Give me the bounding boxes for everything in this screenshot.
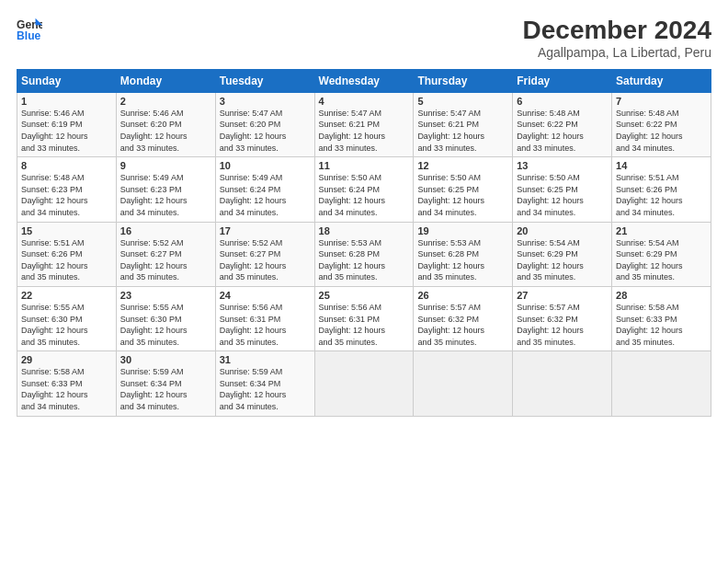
- day-info: Sunrise: 5:50 AM Sunset: 6:24 PM Dayligh…: [319, 172, 410, 218]
- day-number: 7: [616, 96, 707, 107]
- day-info: Sunrise: 5:55 AM Sunset: 6:30 PM Dayligh…: [120, 302, 211, 348]
- calendar-cell: 14Sunrise: 5:51 AM Sunset: 6:26 PM Dayli…: [612, 157, 711, 222]
- calendar-row: 15Sunrise: 5:51 AM Sunset: 6:26 PM Dayli…: [17, 222, 711, 286]
- calendar-cell: 18Sunrise: 5:53 AM Sunset: 6:28 PM Dayli…: [314, 222, 414, 286]
- day-number: 13: [517, 160, 608, 171]
- day-info: Sunrise: 5:56 AM Sunset: 6:31 PM Dayligh…: [220, 302, 311, 348]
- calendar-cell: 26Sunrise: 5:57 AM Sunset: 6:32 PM Dayli…: [414, 286, 513, 350]
- calendar-cell: [414, 351, 513, 416]
- day-info: Sunrise: 5:52 AM Sunset: 6:27 PM Dayligh…: [120, 237, 211, 283]
- day-info: Sunrise: 5:47 AM Sunset: 6:21 PM Dayligh…: [319, 108, 410, 154]
- col-tuesday: Tuesday: [215, 69, 314, 92]
- day-info: Sunrise: 5:46 AM Sunset: 6:19 PM Dayligh…: [21, 108, 112, 154]
- calendar-cell: [513, 351, 612, 416]
- calendar-cell: 10Sunrise: 5:49 AM Sunset: 6:24 PM Dayli…: [215, 157, 314, 222]
- day-number: 22: [21, 290, 112, 301]
- day-info: Sunrise: 5:54 AM Sunset: 6:29 PM Dayligh…: [517, 237, 608, 283]
- calendar-cell: 4Sunrise: 5:47 AM Sunset: 6:21 PM Daylig…: [314, 92, 414, 156]
- page: General Blue December 2024 Agallpampa, L…: [0, 0, 728, 563]
- day-info: Sunrise: 5:59 AM Sunset: 6:34 PM Dayligh…: [220, 366, 311, 412]
- day-info: Sunrise: 5:46 AM Sunset: 6:20 PM Dayligh…: [120, 108, 211, 154]
- calendar-cell: 15Sunrise: 5:51 AM Sunset: 6:26 PM Dayli…: [17, 222, 117, 286]
- svg-text:Blue: Blue: [17, 29, 41, 42]
- day-number: 27: [517, 290, 608, 301]
- col-thursday: Thursday: [414, 69, 513, 92]
- day-info: Sunrise: 5:57 AM Sunset: 6:32 PM Dayligh…: [517, 302, 608, 348]
- calendar-row: 1Sunrise: 5:46 AM Sunset: 6:19 PM Daylig…: [17, 92, 711, 156]
- subtitle: Agallpampa, La Libertad, Peru: [523, 45, 711, 60]
- day-info: Sunrise: 5:54 AM Sunset: 6:29 PM Dayligh…: [616, 237, 707, 283]
- day-number: 24: [220, 290, 311, 301]
- day-info: Sunrise: 5:55 AM Sunset: 6:30 PM Dayligh…: [21, 302, 112, 348]
- calendar-cell: 6Sunrise: 5:48 AM Sunset: 6:22 PM Daylig…: [513, 92, 612, 156]
- calendar-cell: 8Sunrise: 5:48 AM Sunset: 6:23 PM Daylig…: [17, 157, 117, 222]
- day-number: 10: [220, 160, 311, 171]
- day-info: Sunrise: 5:49 AM Sunset: 6:24 PM Dayligh…: [220, 172, 311, 218]
- day-info: Sunrise: 5:52 AM Sunset: 6:27 PM Dayligh…: [220, 237, 311, 283]
- header-row: Sunday Monday Tuesday Wednesday Thursday…: [17, 69, 711, 92]
- day-number: 8: [21, 160, 112, 171]
- day-number: 2: [120, 96, 211, 107]
- day-number: 3: [220, 96, 311, 107]
- calendar-cell: 3Sunrise: 5:47 AM Sunset: 6:20 PM Daylig…: [215, 92, 314, 156]
- calendar-row: 22Sunrise: 5:55 AM Sunset: 6:30 PM Dayli…: [17, 286, 711, 350]
- day-number: 31: [220, 354, 311, 365]
- day-number: 14: [616, 160, 707, 171]
- day-info: Sunrise: 5:50 AM Sunset: 6:25 PM Dayligh…: [417, 172, 508, 218]
- day-number: 4: [319, 96, 410, 107]
- calendar-cell: 25Sunrise: 5:56 AM Sunset: 6:31 PM Dayli…: [314, 286, 414, 350]
- calendar-cell: 2Sunrise: 5:46 AM Sunset: 6:20 PM Daylig…: [116, 92, 215, 156]
- calendar-cell: 9Sunrise: 5:49 AM Sunset: 6:23 PM Daylig…: [116, 157, 215, 222]
- calendar-cell: 5Sunrise: 5:47 AM Sunset: 6:21 PM Daylig…: [414, 92, 513, 156]
- day-info: Sunrise: 5:50 AM Sunset: 6:25 PM Dayligh…: [517, 172, 608, 218]
- calendar-cell: 23Sunrise: 5:55 AM Sunset: 6:30 PM Dayli…: [116, 286, 215, 350]
- calendar-cell: 24Sunrise: 5:56 AM Sunset: 6:31 PM Dayli…: [215, 286, 314, 350]
- day-info: Sunrise: 5:58 AM Sunset: 6:33 PM Dayligh…: [616, 302, 707, 348]
- day-number: 23: [120, 290, 211, 301]
- day-number: 6: [517, 96, 608, 107]
- calendar-cell: 16Sunrise: 5:52 AM Sunset: 6:27 PM Dayli…: [116, 222, 215, 286]
- day-info: Sunrise: 5:51 AM Sunset: 6:26 PM Dayligh…: [616, 172, 707, 218]
- day-info: Sunrise: 5:47 AM Sunset: 6:20 PM Dayligh…: [220, 108, 311, 154]
- day-number: 12: [417, 160, 508, 171]
- day-number: 20: [517, 225, 608, 236]
- day-number: 17: [220, 225, 311, 236]
- day-number: 1: [21, 96, 112, 107]
- day-number: 18: [319, 225, 410, 236]
- calendar-row: 29Sunrise: 5:58 AM Sunset: 6:33 PM Dayli…: [17, 351, 711, 416]
- calendar-cell: 19Sunrise: 5:53 AM Sunset: 6:28 PM Dayli…: [414, 222, 513, 286]
- calendar-cell: 29Sunrise: 5:58 AM Sunset: 6:33 PM Dayli…: [17, 351, 117, 416]
- day-number: 29: [21, 354, 112, 365]
- day-number: 5: [417, 96, 508, 107]
- main-title: December 2024: [523, 17, 711, 45]
- day-number: 26: [417, 290, 508, 301]
- day-info: Sunrise: 5:53 AM Sunset: 6:28 PM Dayligh…: [319, 237, 410, 283]
- day-info: Sunrise: 5:57 AM Sunset: 6:32 PM Dayligh…: [417, 302, 508, 348]
- calendar-cell: 31Sunrise: 5:59 AM Sunset: 6:34 PM Dayli…: [215, 351, 314, 416]
- calendar-cell: 17Sunrise: 5:52 AM Sunset: 6:27 PM Dayli…: [215, 222, 314, 286]
- day-info: Sunrise: 5:48 AM Sunset: 6:22 PM Dayligh…: [616, 108, 707, 154]
- day-info: Sunrise: 5:58 AM Sunset: 6:33 PM Dayligh…: [21, 366, 112, 412]
- day-number: 9: [120, 160, 211, 171]
- day-info: Sunrise: 5:48 AM Sunset: 6:22 PM Dayligh…: [517, 108, 608, 154]
- day-number: 11: [319, 160, 410, 171]
- calendar-row: 8Sunrise: 5:48 AM Sunset: 6:23 PM Daylig…: [17, 157, 711, 222]
- calendar-cell: 1Sunrise: 5:46 AM Sunset: 6:19 PM Daylig…: [17, 92, 117, 156]
- day-number: 25: [319, 290, 410, 301]
- day-number: 15: [21, 225, 112, 236]
- day-info: Sunrise: 5:59 AM Sunset: 6:34 PM Dayligh…: [120, 366, 211, 412]
- day-number: 30: [120, 354, 211, 365]
- calendar-cell: 22Sunrise: 5:55 AM Sunset: 6:30 PM Dayli…: [17, 286, 117, 350]
- day-info: Sunrise: 5:51 AM Sunset: 6:26 PM Dayligh…: [21, 237, 112, 283]
- day-info: Sunrise: 5:47 AM Sunset: 6:21 PM Dayligh…: [417, 108, 508, 154]
- day-info: Sunrise: 5:53 AM Sunset: 6:28 PM Dayligh…: [417, 237, 508, 283]
- calendar-cell: 21Sunrise: 5:54 AM Sunset: 6:29 PM Dayli…: [612, 222, 711, 286]
- calendar-cell: 30Sunrise: 5:59 AM Sunset: 6:34 PM Dayli…: [116, 351, 215, 416]
- calendar-table: Sunday Monday Tuesday Wednesday Thursday…: [17, 69, 711, 417]
- calendar-cell: [612, 351, 711, 416]
- col-friday: Friday: [513, 69, 612, 92]
- col-sunday: Sunday: [17, 69, 117, 92]
- header: General Blue December 2024 Agallpampa, L…: [17, 17, 711, 60]
- calendar-cell: 11Sunrise: 5:50 AM Sunset: 6:24 PM Dayli…: [314, 157, 414, 222]
- day-info: Sunrise: 5:56 AM Sunset: 6:31 PM Dayligh…: [319, 302, 410, 348]
